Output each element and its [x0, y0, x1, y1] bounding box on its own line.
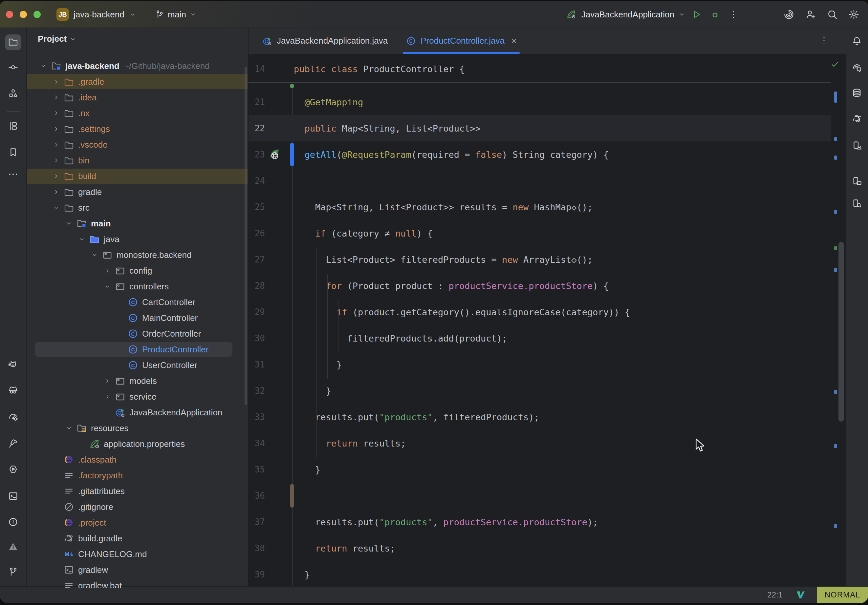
code-text[interactable]: public Map<String, List<Product>> [293, 123, 480, 133]
close-icon[interactable]: × [511, 36, 516, 46]
tree-item--idea[interactable]: .idea [26, 90, 248, 105]
analysis-stripe-mark[interactable] [834, 268, 837, 272]
code-line-14[interactable]: 14public class ProductController { [248, 56, 831, 82]
analysis-stripe-mark[interactable] [834, 210, 837, 214]
tree-item-build-gradle[interactable]: build.gradle [26, 531, 248, 546]
editor-tab-javabackendapplication-java[interactable]: JavaBackendApplication.java [253, 28, 397, 54]
ideavim-icon[interactable] [796, 590, 806, 600]
tree-item-usercontroller[interactable]: CUserController [26, 357, 248, 373]
vim-mode-badge[interactable]: NORMAL [817, 586, 868, 603]
tree-item-controllers[interactable]: controllers [26, 279, 248, 294]
line-number[interactable]: 36 [248, 491, 265, 501]
gear-icon[interactable] [848, 9, 859, 20]
tree-item--classpath[interactable]: .classpath [26, 452, 248, 467]
ai-chat-tool-button[interactable] [849, 61, 865, 76]
tree-item-src[interactable]: src [26, 200, 248, 215]
code-line-29[interactable]: 29if (product.getCategory().equalsIgnore… [248, 299, 831, 325]
chevron-right-icon[interactable] [53, 141, 64, 149]
code-line-35[interactable]: 35} [248, 456, 831, 483]
line-number[interactable]: 32 [248, 386, 265, 396]
code-text[interactable]: if (product.getCategory().equalsIgnoreCa… [293, 307, 630, 317]
add-user-icon[interactable] [805, 9, 816, 20]
chevron-down-icon[interactable] [91, 251, 102, 259]
more-run-actions-button[interactable] [726, 7, 741, 22]
tree-item-main[interactable]: main [26, 215, 248, 231]
branch-widget[interactable]: main [155, 9, 197, 20]
chevron-down-icon[interactable] [65, 220, 76, 227]
terminal-tool-button[interactable] [5, 489, 21, 504]
line-number[interactable]: 24 [248, 176, 265, 186]
chevron-down-icon[interactable] [53, 204, 64, 212]
build-tool-button[interactable] [5, 436, 21, 452]
close-window-button[interactable] [6, 11, 13, 18]
code-line-26[interactable]: 26if (category ≠ null) { [248, 220, 831, 246]
code-line-27[interactable]: 27List<Product> filteredProducts = new A… [248, 246, 831, 272]
inspections-ok-icon[interactable] [831, 60, 839, 68]
analysis-stripe-mark[interactable] [834, 246, 837, 250]
chevron-down-icon[interactable] [104, 283, 115, 290]
tree-item-monostore-backend[interactable]: monostore.backend [26, 247, 248, 263]
tree-item--vscode[interactable]: .vscode [26, 137, 248, 153]
line-number[interactable]: 38 [248, 543, 265, 553]
line-number[interactable]: 29 [248, 307, 265, 317]
chevron-right-icon[interactable] [53, 78, 64, 86]
zoom-window-button[interactable] [34, 11, 41, 18]
debug-button[interactable] [708, 7, 722, 22]
tree-item-service[interactable]: service [26, 389, 248, 405]
line-number[interactable]: 31 [248, 360, 265, 370]
analysis-stripe-mark[interactable] [834, 137, 837, 141]
line-number[interactable]: 37 [248, 517, 265, 527]
editor-tab-productcontroller-java[interactable]: CProductController.java× [397, 28, 525, 54]
code-line-37[interactable]: 37results.put("products", productService… [248, 509, 831, 535]
code-text[interactable]: } [293, 569, 310, 580]
project-tool-button[interactable] [5, 34, 21, 50]
tree-item-javabackendapplication[interactable]: JavaBackendApplication [26, 405, 248, 420]
tree-item-changelog-md[interactable]: MCHANGELOG.md [26, 546, 248, 562]
tree-item-maincontroller[interactable]: CMainController [26, 310, 248, 326]
line-number[interactable]: 22 [248, 123, 265, 133]
rest-mapping-globe-icon[interactable] [265, 148, 293, 161]
chevron-down-icon[interactable] [40, 62, 51, 70]
analysis-stripe-mark[interactable] [834, 524, 837, 528]
code-text[interactable]: } [293, 464, 321, 475]
chevron-right-icon[interactable] [53, 93, 64, 101]
code-line-34[interactable]: 34return results; [248, 430, 831, 456]
code-line-31[interactable]: 31} [248, 351, 831, 378]
code-line-32[interactable]: 32} [248, 378, 831, 404]
tree-item-config[interactable]: config [26, 263, 248, 279]
chevron-right-icon[interactable] [53, 125, 64, 133]
analysis-stripe-mark[interactable] [834, 156, 837, 160]
services-tool-button[interactable] [5, 462, 21, 478]
line-number[interactable]: 35 [248, 464, 265, 474]
code-line-33[interactable]: 33results.put("products", filteredProduc… [248, 404, 831, 430]
chevron-down-icon[interactable] [678, 11, 685, 18]
code-with-me-icon[interactable] [783, 9, 794, 20]
code-text[interactable]: results.put("products", productService.p… [293, 517, 598, 527]
chevron-right-icon[interactable] [104, 393, 115, 401]
code-line-39[interactable]: 39} [248, 562, 831, 588]
device-explorer-tool-button[interactable] [849, 196, 865, 212]
notifications-tool-button[interactable] [849, 34, 865, 50]
code-line-38[interactable]: 38return results; [248, 535, 831, 562]
database-tool-button[interactable] [849, 86, 865, 101]
incognito-tool-button[interactable] [5, 382, 21, 398]
search-icon[interactable] [827, 9, 838, 20]
line-number[interactable]: 23 [248, 150, 265, 159]
run-configuration-name[interactable]: JavaBackendApplication [581, 9, 674, 20]
chevron-right-icon[interactable] [104, 267, 115, 275]
device-manager-tool-button[interactable] [849, 138, 865, 154]
bookmarks-tool-button[interactable] [5, 145, 21, 161]
tree-item-models[interactable]: models [26, 373, 248, 389]
caret-position[interactable]: 22:1 [767, 590, 783, 599]
tree-item-build[interactable]: build [26, 168, 248, 184]
gradle-tool-button[interactable] [849, 111, 865, 127]
tree-item-application-properties[interactable]: application.properties [26, 436, 248, 452]
chevron-right-icon[interactable] [104, 377, 115, 385]
tree-item-gradle[interactable]: gradle [26, 184, 248, 200]
assistant-cat-tool-button[interactable] [5, 357, 21, 373]
commit-tool-button[interactable] [5, 60, 21, 76]
analysis-stripe-mark[interactable] [834, 444, 837, 448]
code-text[interactable]: public class ProductController { [293, 64, 465, 74]
tree-item-java[interactable]: java [26, 231, 248, 247]
project-panel-header[interactable]: Project [38, 34, 76, 44]
